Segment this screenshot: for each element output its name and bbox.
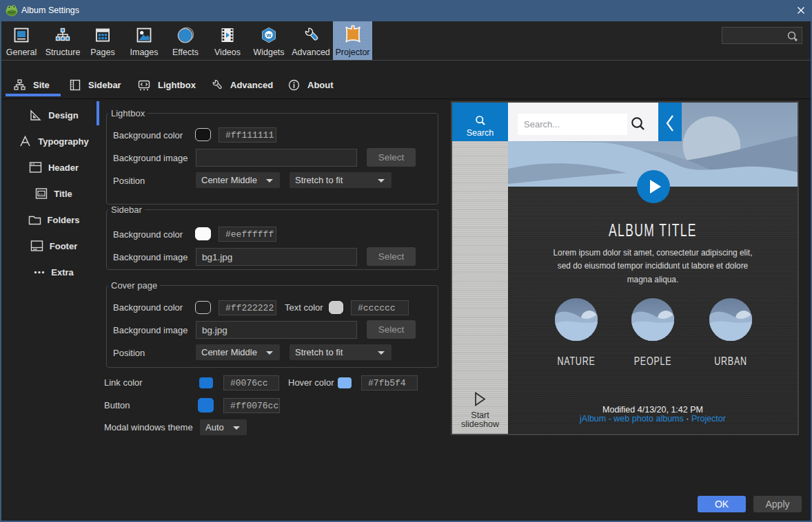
- svg-text:w: w: [265, 32, 272, 39]
